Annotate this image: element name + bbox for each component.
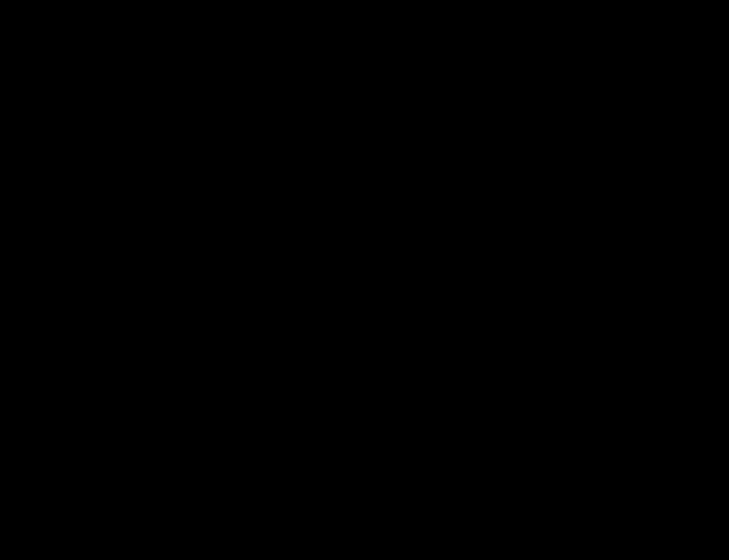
figure [0,0,729,560]
svg-rect-0 [0,0,729,560]
